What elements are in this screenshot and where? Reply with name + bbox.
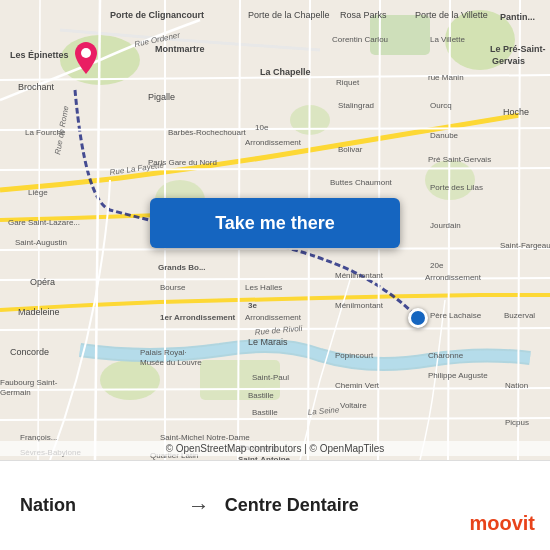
svg-text:Rosa Parks: Rosa Parks <box>340 10 387 20</box>
svg-point-107 <box>81 48 91 58</box>
svg-text:3e: 3e <box>248 301 257 310</box>
svg-text:Porte de la Villette: Porte de la Villette <box>415 10 488 20</box>
svg-text:Porte de la Chapelle: Porte de la Chapelle <box>248 10 330 20</box>
svg-text:Jourdain: Jourdain <box>430 221 461 230</box>
svg-text:Grands Bo...: Grands Bo... <box>158 263 206 272</box>
svg-text:Bastille: Bastille <box>252 408 278 417</box>
svg-text:Chemin Vert: Chemin Vert <box>335 381 380 390</box>
svg-text:10e: 10e <box>255 123 269 132</box>
route-arrow: → <box>188 493 210 519</box>
svg-text:Voltaire: Voltaire <box>340 401 367 410</box>
svg-text:Palais Royal·: Palais Royal· <box>140 348 187 357</box>
svg-text:Ourcq: Ourcq <box>430 101 452 110</box>
bottom-bar: Nation → Centre Dentaire moovit <box>0 460 550 550</box>
moovit-logo-text: moovit <box>469 512 535 535</box>
svg-text:Le Pré-Saint-: Le Pré-Saint- <box>490 44 546 54</box>
svg-text:Liège: Liège <box>28 188 48 197</box>
map-attribution: © OpenStreetMap contributors | © OpenMap… <box>0 441 550 456</box>
svg-text:Nation: Nation <box>505 381 528 390</box>
svg-text:Arrondissement: Arrondissement <box>425 273 482 282</box>
svg-text:Madeleine: Madeleine <box>18 307 60 317</box>
svg-text:Gervais: Gervais <box>492 56 525 66</box>
moovit-logo: moovit <box>469 512 535 535</box>
svg-text:Saint-Paul: Saint-Paul <box>252 373 289 382</box>
svg-text:Buttes Chaumont: Buttes Chaumont <box>330 178 393 187</box>
svg-text:Opéra: Opéra <box>30 277 55 287</box>
svg-text:Philippe Auguste: Philippe Auguste <box>428 371 488 380</box>
svg-text:Arrondissement: Arrondissement <box>245 313 302 322</box>
to-label: Centre Dentaire <box>225 495 359 516</box>
svg-text:1er Arrondissement: 1er Arrondissement <box>160 313 236 322</box>
svg-text:Charonne: Charonne <box>428 351 464 360</box>
svg-text:Hoche: Hoche <box>503 107 529 117</box>
svg-text:Porte de Clignancourt: Porte de Clignancourt <box>110 10 204 20</box>
svg-text:Arrondissement: Arrondissement <box>245 138 302 147</box>
svg-text:Porte des Lilas: Porte des Lilas <box>430 183 483 192</box>
svg-text:Buzerval: Buzerval <box>504 311 535 320</box>
svg-text:Gare Saint-Lazare...: Gare Saint-Lazare... <box>8 218 80 227</box>
svg-text:Pigalle: Pigalle <box>148 92 175 102</box>
map-container: Les Épinettes Brochant La Fourche Liège … <box>0 0 550 460</box>
svg-text:Bolivar: Bolivar <box>338 145 363 154</box>
svg-text:Saint-Fargeau: Saint-Fargeau <box>500 241 550 250</box>
svg-text:Le Marais: Le Marais <box>248 337 288 347</box>
svg-text:Musée du Louvre: Musée du Louvre <box>140 358 202 367</box>
svg-text:Bourse: Bourse <box>160 283 186 292</box>
svg-text:rue Manin: rue Manin <box>428 73 464 82</box>
route-from: Nation <box>20 495 173 516</box>
svg-text:Les Épinettes: Les Épinettes <box>10 50 69 60</box>
take-me-there-button[interactable]: Take me there <box>150 198 400 248</box>
svg-text:La Chapelle: La Chapelle <box>260 67 311 77</box>
svg-text:Faubourg Saint-: Faubourg Saint- <box>0 378 58 387</box>
svg-text:Pré Saint-Gervais: Pré Saint-Gervais <box>428 155 491 164</box>
from-label: Nation <box>20 495 76 516</box>
svg-text:Popincourt: Popincourt <box>335 351 374 360</box>
destination-marker <box>408 308 428 328</box>
svg-text:Ménilmontant: Ménilmontant <box>335 301 384 310</box>
svg-text:La Villette: La Villette <box>430 35 466 44</box>
svg-text:Stalingrad: Stalingrad <box>338 101 374 110</box>
origin-marker <box>75 42 97 78</box>
svg-text:Corentin Carlou: Corentin Carlou <box>332 35 388 44</box>
svg-text:Bastille: Bastille <box>248 391 274 400</box>
svg-text:Montmartre: Montmartre <box>155 44 205 54</box>
svg-text:Picpus: Picpus <box>505 418 529 427</box>
svg-text:Les Halles: Les Halles <box>245 283 282 292</box>
svg-text:Père Lachaise: Père Lachaise <box>430 311 482 320</box>
svg-text:Brochant: Brochant <box>18 82 55 92</box>
svg-text:Barbès-Rochechouart: Barbès-Rochechouart <box>168 128 247 137</box>
svg-text:Saint-Augustin: Saint-Augustin <box>15 238 67 247</box>
svg-text:Riquet: Riquet <box>336 78 360 87</box>
svg-text:Ménilmontant: Ménilmontant <box>335 271 384 280</box>
svg-text:Danube: Danube <box>430 131 459 140</box>
svg-text:Pantin...: Pantin... <box>500 12 535 22</box>
svg-text:20e: 20e <box>430 261 444 270</box>
svg-text:Concorde: Concorde <box>10 347 49 357</box>
svg-text:Germain: Germain <box>0 388 31 397</box>
